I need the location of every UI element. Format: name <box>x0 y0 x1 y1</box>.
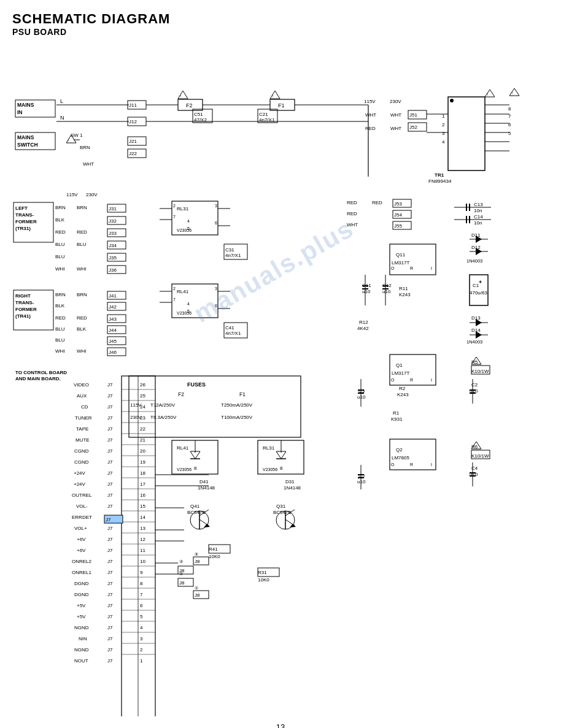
svg-text:C21: C21 <box>259 112 268 117</box>
svg-text:RED: RED <box>372 200 382 205</box>
svg-text:L: L <box>60 98 63 104</box>
svg-text:10K0: 10K0 <box>258 577 269 583</box>
svg-text:R: R <box>410 462 413 467</box>
svg-text:OUTREL: OUTREL <box>72 492 92 498</box>
svg-text:①: ① <box>195 586 198 590</box>
svg-marker-26 <box>178 91 188 99</box>
svg-text:RED: RED <box>77 229 87 235</box>
svg-text:NGND: NGND <box>74 625 89 630</box>
svg-text:4K42: 4K42 <box>357 326 369 331</box>
svg-text:TAPE: TAPE <box>76 426 88 432</box>
svg-text:17: 17 <box>140 481 145 487</box>
svg-text:LM317T: LM317T <box>392 260 409 266</box>
svg-text:DGND: DGND <box>74 581 89 586</box>
svg-text:7: 7 <box>173 297 176 302</box>
svg-text:!: ! <box>474 445 474 448</box>
svg-text:BLU: BLU <box>77 242 87 247</box>
svg-text:10: 10 <box>140 559 145 564</box>
svg-text:VIDEO: VIDEO <box>74 382 89 388</box>
svg-text:FN899434: FN899434 <box>428 178 452 184</box>
svg-text:BLU: BLU <box>55 326 65 332</box>
svg-text:RED: RED <box>347 200 357 205</box>
svg-text:8: 8 <box>140 581 143 586</box>
svg-text:J41: J41 <box>109 293 117 299</box>
svg-text:J7: J7 <box>107 382 113 388</box>
svg-text:VOL-: VOL- <box>76 504 88 509</box>
svg-text:J7: J7 <box>107 470 113 476</box>
svg-text:J7: J7 <box>107 481 113 487</box>
svg-text:MAINS: MAINS <box>17 102 34 108</box>
svg-text:T250mA/250V: T250mA/250V <box>221 402 253 408</box>
svg-text:J54: J54 <box>394 212 402 218</box>
svg-text:2: 2 <box>173 204 176 208</box>
svg-text:R: R <box>410 266 413 270</box>
svg-text:10K0: 10K0 <box>209 554 220 559</box>
svg-text:20: 20 <box>140 448 145 454</box>
page-number: 13 <box>12 722 549 728</box>
svg-text:J8: J8 <box>195 592 200 598</box>
svg-text:3: 3 <box>215 204 217 208</box>
svg-text:J43: J43 <box>109 316 117 322</box>
svg-text:J7: J7 <box>107 459 113 465</box>
svg-text:u10: u10 <box>357 394 366 400</box>
svg-text:J21: J21 <box>129 139 137 144</box>
svg-text:+24V: +24V <box>74 470 86 476</box>
svg-text:J7: J7 <box>107 504 113 509</box>
svg-text:4n7/X1: 4n7/X1 <box>225 253 241 258</box>
svg-text:CD: CD <box>81 404 88 410</box>
svg-text:Q2: Q2 <box>396 447 403 453</box>
svg-text:5: 5 <box>187 309 190 313</box>
svg-text:16: 16 <box>140 492 145 498</box>
svg-text:N: N <box>60 115 64 121</box>
svg-text:NOUT: NOUT <box>74 658 88 664</box>
svg-text:12: 12 <box>140 537 145 542</box>
svg-text:WHI: WHI <box>55 266 65 272</box>
svg-text:WHT: WHT <box>365 112 376 118</box>
svg-text:RED: RED <box>55 315 66 321</box>
svg-text:6: 6 <box>140 603 143 608</box>
svg-text:F2: F2 <box>178 391 184 397</box>
svg-text:WHT: WHT <box>390 126 401 131</box>
svg-text:RED: RED <box>365 126 376 131</box>
svg-text:TRANS-: TRANS- <box>15 300 34 305</box>
svg-text:BRN: BRN <box>55 205 66 210</box>
svg-text:K243: K243 <box>399 292 411 297</box>
svg-text:NGND: NGND <box>74 647 89 653</box>
svg-text:BRN: BRN <box>55 292 66 297</box>
svg-text:J45: J45 <box>109 339 117 344</box>
svg-text:TUNER: TUNER <box>75 415 92 421</box>
svg-text:4n7/X1: 4n7/X1 <box>225 331 241 336</box>
svg-text:J7: J7 <box>107 647 113 653</box>
svg-text:J44: J44 <box>109 328 117 333</box>
svg-text:J7: J7 <box>107 426 113 432</box>
svg-text:J7: J7 <box>107 415 113 421</box>
svg-text:J34: J34 <box>109 243 117 248</box>
svg-text:WHT: WHT <box>83 161 94 167</box>
svg-text:J7: J7 <box>107 559 113 564</box>
svg-text:I: I <box>431 378 432 382</box>
svg-text:WHI: WHI <box>77 266 87 272</box>
svg-text:4: 4 <box>442 139 445 145</box>
svg-text:J7: J7 <box>107 625 113 630</box>
svg-text:O: O <box>391 462 395 467</box>
svg-text:R31: R31 <box>258 570 267 575</box>
svg-point-70 <box>450 99 454 102</box>
svg-text:T100mA/250V: T100mA/250V <box>221 415 253 420</box>
svg-marker-30 <box>270 91 280 99</box>
svg-text:5: 5 <box>187 226 190 231</box>
svg-text:RED: RED <box>55 229 66 235</box>
svg-text:④: ④ <box>195 552 198 556</box>
svg-text:TO CONTROL BOARD: TO CONTROL BOARD <box>15 370 67 375</box>
svg-text:J7: J7 <box>107 603 113 608</box>
svg-text:VOL+: VOL+ <box>74 526 87 531</box>
svg-text:21: 21 <box>140 437 145 443</box>
svg-text:11: 11 <box>140 548 145 553</box>
svg-text:5: 5 <box>140 614 143 619</box>
main-title: SCHEMATIC DIAGRAM <box>12 11 549 27</box>
svg-text:+: + <box>479 279 482 285</box>
svg-text:4: 4 <box>187 219 190 223</box>
svg-text:J33: J33 <box>109 231 117 236</box>
svg-text:J7: J7 <box>107 548 113 553</box>
svg-text:BRN: BRN <box>77 292 87 297</box>
svg-text:8: 8 <box>508 106 511 112</box>
